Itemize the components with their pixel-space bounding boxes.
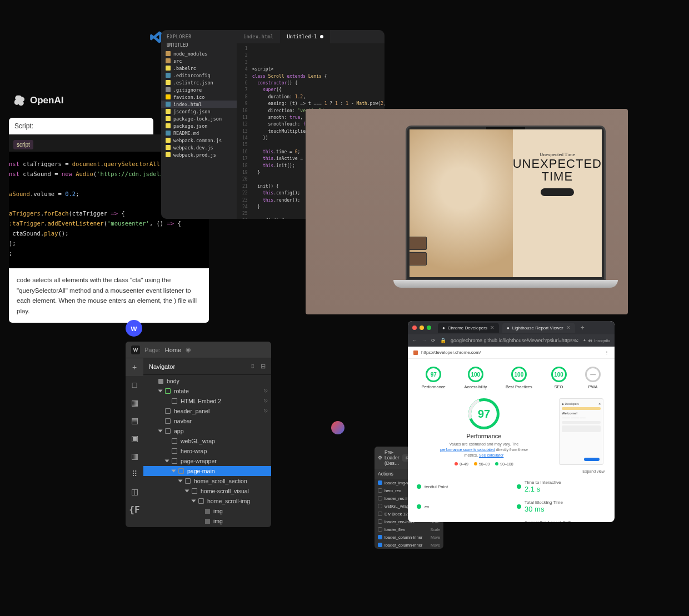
back-icon[interactable]: ← — [412, 338, 417, 343]
file-item[interactable]: favicon.ico — [161, 93, 237, 101]
expand-view-link[interactable]: Expand view — [408, 469, 615, 477]
vscode-explorer[interactable]: EXPLORER UNTITLED node_modulessrc.babelr… — [161, 30, 237, 219]
chevron-icon[interactable] — [158, 390, 163, 393]
tree-item[interactable]: home_scroll_section — [143, 476, 271, 486]
tree-item[interactable]: app — [143, 426, 271, 436]
toolbar-button[interactable]: ▥ — [126, 447, 143, 465]
visibility-icon[interactable]: ⦰ — [264, 408, 268, 414]
tree-item[interactable]: webGL_wrap — [143, 436, 271, 446]
new-tab-button[interactable]: + — [581, 324, 585, 332]
checkbox[interactable] — [378, 543, 382, 547]
checkbox[interactable] — [378, 480, 382, 485]
incognito-label: Incognito — [595, 339, 610, 343]
openai-brand: OpenAI — [30, 95, 63, 106]
reload-icon[interactable]: ⟳ — [431, 338, 436, 343]
file-item[interactable]: .babelrc — [161, 64, 237, 72]
tree-item[interactable]: rotate⦰ — [143, 386, 271, 396]
artwork-button[interactable] — [541, 188, 574, 196]
file-item[interactable]: index.html — [161, 101, 237, 108]
chevron-icon[interactable] — [172, 470, 176, 473]
checkbox[interactable] — [378, 504, 382, 508]
browser-tab[interactable]: ●Chrome Developers✕ — [438, 323, 499, 333]
file-item[interactable]: .gitignore — [161, 86, 237, 93]
close-tab-icon[interactable]: ✕ — [566, 325, 571, 330]
tree-item[interactable]: img — [143, 506, 271, 516]
checkbox[interactable] — [378, 496, 382, 500]
menu-icon[interactable]: ⋮ — [605, 350, 609, 355]
toolbar-button[interactable]: {F — [126, 500, 143, 518]
score-gauge[interactable]: 100SEO — [551, 367, 567, 389]
file-item[interactable]: webpack.dev.js — [161, 144, 237, 151]
score-calc-link[interactable]: performance score is calculated — [440, 448, 495, 452]
tree-item[interactable]: home-scroll_visual — [143, 486, 271, 496]
page-name[interactable]: Home — [165, 347, 181, 353]
score-gauge[interactable]: —PWA — [585, 367, 601, 389]
action-row[interactable]: loader_flexScale — [375, 525, 443, 533]
tree-item[interactable]: hero-wrap — [143, 446, 271, 456]
toolbar-button[interactable]: ◫ — [126, 483, 143, 500]
score-gauge[interactable]: 97Performance — [422, 367, 446, 389]
chevron-icon[interactable] — [158, 430, 163, 433]
toolbar-button[interactable]: ▤ — [126, 412, 143, 429]
close-tab-icon[interactable]: ✕ — [490, 325, 495, 330]
chevron-icon[interactable] — [178, 480, 183, 483]
action-row[interactable]: loader_column-innerMove — [375, 541, 443, 549]
thumbnail[interactable] — [409, 237, 427, 250]
editor-tab[interactable]: index.html — [237, 30, 280, 43]
collapse-icon[interactable]: ⇕ — [250, 363, 255, 370]
checkbox[interactable] — [378, 519, 382, 524]
file-item[interactable]: package-lock.json — [161, 115, 237, 122]
score-gauge[interactable]: 100Best Practices — [506, 367, 532, 389]
toolbar-button[interactable]: ⠿ — [126, 465, 143, 483]
tree-item[interactable]: img — [143, 516, 271, 526]
toolbar-button[interactable]: ▦ — [126, 394, 143, 412]
chevron-icon[interactable] — [192, 500, 196, 503]
visibility-icon[interactable]: ⦰ — [264, 388, 268, 394]
tree-item[interactable]: page-wrapper — [143, 456, 271, 466]
url-text[interactable]: googlechrome.github.io/lighthouse/viewer… — [451, 338, 578, 343]
close-icon[interactable] — [412, 325, 417, 330]
preview-button[interactable] — [584, 458, 600, 461]
chevron-icon[interactable] — [185, 490, 189, 493]
toolbar-button[interactable]: □ — [126, 376, 143, 394]
minimize-icon[interactable] — [420, 325, 424, 330]
close-icon[interactable]: ✕ — [598, 402, 601, 405]
navigator-tree[interactable]: bodyrotate⦰HTML Embed 2⦰header_panel⦰nav… — [143, 375, 271, 527]
calculator-link[interactable]: See calculator — [479, 453, 503, 457]
tree-item[interactable]: home_scroll-img — [143, 496, 271, 506]
pin-icon[interactable]: ⊟ — [261, 363, 266, 370]
file-item[interactable]: .editorconfig — [161, 72, 237, 79]
file-item[interactable]: src — [161, 57, 237, 64]
extensions-icon[interactable]: ✦ — [583, 338, 586, 343]
maximize-icon[interactable] — [427, 325, 431, 330]
tree-item[interactable]: HTML Embed 2⦰ — [143, 396, 271, 406]
toolbar-button[interactable]: ▣ — [126, 429, 143, 447]
preview-icon[interactable]: ◉ — [186, 346, 191, 353]
file-item[interactable]: node_modules — [161, 50, 237, 57]
score-gauge[interactable]: 100Accessibility — [464, 367, 487, 389]
tree-item[interactable]: header_panel⦰ — [143, 406, 271, 416]
editor-tab[interactable]: Untitled-1 — [280, 30, 330, 43]
file-item[interactable]: package.json — [161, 122, 237, 129]
checkbox[interactable] — [378, 488, 382, 493]
checkbox[interactable] — [378, 535, 382, 539]
tree-item[interactable]: page-main — [143, 466, 271, 476]
checkbox[interactable] — [378, 527, 382, 532]
tree-item[interactable]: navbar — [143, 416, 271, 426]
chevron-icon[interactable] — [165, 460, 169, 463]
file-item[interactable]: webpack.common.js — [161, 137, 237, 144]
file-item[interactable]: webpack.prod.js — [161, 151, 237, 158]
tree-item[interactable]: body — [143, 376, 271, 386]
forward-icon[interactable]: → — [422, 338, 427, 343]
toolbar-button[interactable]: + — [126, 358, 143, 376]
visibility-icon[interactable]: ⦰ — [264, 398, 268, 404]
file-icon — [166, 73, 171, 78]
thumbnail[interactable] — [409, 252, 427, 266]
browser-tab[interactable]: ●Lighthouse Report Viewer✕ — [502, 323, 575, 333]
action-row[interactable]: loader_column-innerMove — [375, 533, 443, 541]
file-item[interactable]: .eslintrc.json — [161, 79, 237, 86]
file-item[interactable]: README.md — [161, 129, 237, 137]
file-item[interactable]: jsconfig.json — [161, 108, 237, 115]
webflow-logo-icon[interactable]: W — [131, 345, 140, 354]
checkbox[interactable] — [378, 512, 382, 516]
